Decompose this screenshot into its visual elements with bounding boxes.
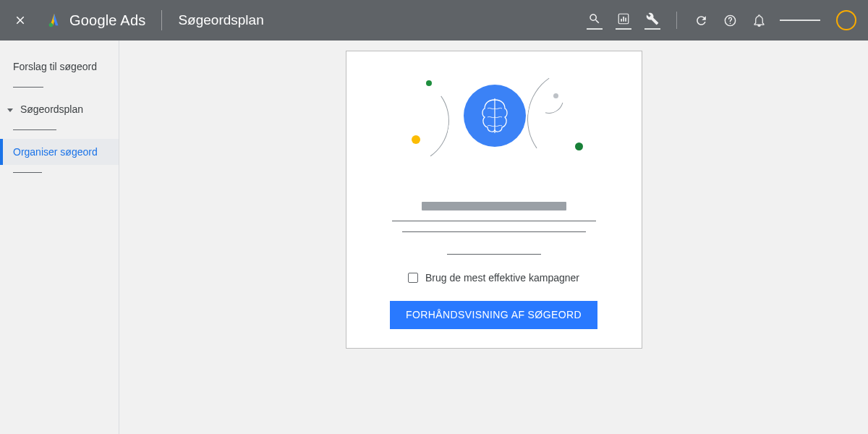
checkbox-row: Brug de mest effektive kampagner bbox=[371, 272, 617, 284]
decorative-curve bbox=[355, 70, 456, 171]
app-header: Google Ads Søgeordsplan bbox=[0, 0, 868, 41]
search-icon bbox=[588, 12, 601, 25]
svg-point-6 bbox=[729, 22, 731, 24]
svg-rect-3 bbox=[623, 17, 624, 22]
help-button[interactable] bbox=[722, 12, 738, 28]
notifications-button[interactable] bbox=[751, 12, 767, 28]
decorative-dot bbox=[426, 80, 432, 86]
chevron-down-icon bbox=[7, 109, 13, 112]
reports-button[interactable] bbox=[616, 11, 631, 30]
avatar[interactable] bbox=[836, 10, 856, 30]
sidebar-underline bbox=[13, 129, 56, 130]
decorative-curve bbox=[519, 61, 636, 178]
decorative-dot bbox=[553, 93, 558, 98]
placeholder-line bbox=[392, 221, 596, 221]
close-button[interactable] bbox=[12, 12, 29, 29]
header-toolbar bbox=[587, 10, 856, 30]
sidebar-item-forslag[interactable]: Forslag til søgeord bbox=[0, 54, 119, 80]
checkbox-label: Brug de mest effektive kampagner bbox=[425, 272, 579, 284]
svg-rect-2 bbox=[621, 19, 622, 22]
tools-button[interactable] bbox=[644, 11, 660, 30]
placeholder-title bbox=[422, 202, 566, 210]
placeholder-line bbox=[402, 231, 586, 232]
sidebar-underline bbox=[13, 172, 42, 173]
help-icon bbox=[723, 14, 737, 27]
decorative-dot bbox=[412, 135, 420, 144]
brain-circle bbox=[464, 85, 526, 147]
bar-chart-icon bbox=[617, 12, 630, 25]
account-placeholder bbox=[780, 20, 820, 21]
close-icon bbox=[14, 14, 27, 27]
bell-icon bbox=[752, 14, 766, 27]
sidebar-item-label: Forslag til søgeord bbox=[13, 61, 97, 72]
preview-keywords-button[interactable]: FORHÅNDSVISNING AF SØGEORD bbox=[390, 301, 597, 329]
use-best-campaigns-checkbox[interactable] bbox=[408, 273, 418, 283]
product-name: Google Ads bbox=[69, 12, 145, 29]
google-ads-logo-icon bbox=[46, 12, 62, 28]
svg-point-0 bbox=[49, 23, 54, 27]
illustration bbox=[371, 72, 617, 180]
toolbar-divider bbox=[676, 12, 677, 29]
brain-icon bbox=[477, 97, 512, 135]
refresh-icon bbox=[694, 14, 708, 27]
wrench-icon bbox=[646, 12, 659, 25]
placeholder-line bbox=[447, 254, 541, 255]
sidebar-underline bbox=[13, 87, 43, 88]
sidebar-item-organiser[interactable]: Organiser søgeord bbox=[0, 139, 119, 165]
svg-rect-4 bbox=[625, 18, 626, 22]
header-divider bbox=[161, 10, 162, 30]
refresh-button[interactable] bbox=[693, 12, 709, 28]
sidebar-item-sogeordsplan[interactable]: Søgeordsplan bbox=[0, 96, 119, 122]
sidebar-item-label: Organiser søgeord bbox=[13, 146, 98, 158]
logo-area: Google Ads bbox=[46, 12, 145, 29]
sidebar: Forslag til søgeord Søgeordsplan Organis… bbox=[0, 41, 119, 434]
page-title: Søgeordsplan bbox=[178, 12, 263, 28]
sidebar-item-label: Søgeordsplan bbox=[20, 103, 83, 115]
main-content: Brug de mest effektive kampagner FORHÅND… bbox=[119, 41, 868, 434]
decorative-dot bbox=[575, 142, 583, 150]
search-button[interactable] bbox=[587, 11, 603, 30]
intro-card: Brug de mest effektive kampagner FORHÅND… bbox=[346, 51, 642, 349]
